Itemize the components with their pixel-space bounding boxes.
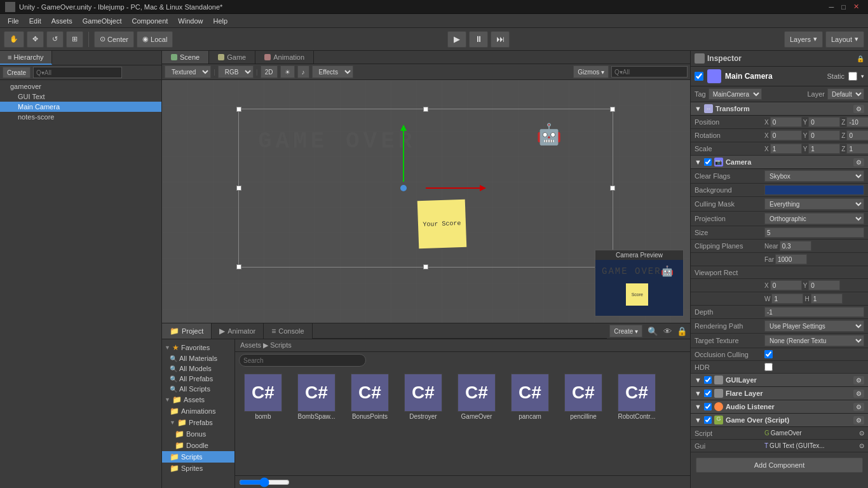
scale-z-input[interactable] <box>846 144 868 154</box>
minimize-btn[interactable]: ─ <box>825 3 838 11</box>
path-assets[interactable]: Assets <box>240 341 261 349</box>
inspector-lock-icon[interactable]: 🔒 <box>857 55 864 62</box>
tab-game[interactable]: Game <box>209 51 255 64</box>
project-search-btn[interactable]: 🔍 <box>645 323 661 339</box>
flarelayer-settings-btn[interactable]: ⚙ <box>853 390 864 398</box>
transform-settings-btn[interactable]: ⚙ <box>853 105 864 113</box>
menu-edit[interactable]: Edit <box>24 16 46 26</box>
pos-y-input[interactable] <box>808 117 840 127</box>
menu-file[interactable]: File <box>3 16 24 26</box>
clear-flags-dropdown[interactable]: Skybox <box>764 170 864 182</box>
handle-r[interactable] <box>610 186 615 191</box>
step-btn[interactable]: ⏭ <box>491 31 510 48</box>
hdr-checkbox[interactable] <box>764 363 773 371</box>
gameover-script-header[interactable]: ▼ G Game Over (Script) ⚙ <box>691 414 868 427</box>
2d-btn[interactable]: 2D <box>261 65 278 78</box>
culling-mask-dropdown[interactable]: Everything <box>764 198 864 210</box>
asset-pencilline[interactable]: C# pencilline <box>558 371 609 423</box>
tree-all-prefabs[interactable]: 🔍 All Prefabs <box>162 374 234 384</box>
hand-tool-btn[interactable]: ✋ <box>4 31 24 48</box>
audio-btn[interactable]: ♪ <box>297 65 309 78</box>
asset-bonuspoints[interactable]: C# BonusPoints <box>344 371 395 423</box>
handle-b[interactable] <box>423 264 428 269</box>
shading-dropdown[interactable]: Textured <box>165 65 211 78</box>
tree-scripts[interactable]: 📁 Scripts <box>162 451 234 463</box>
audiolistener-enabled-checkbox[interactable] <box>704 403 712 410</box>
tree-all-scripts[interactable]: 🔍 All Scripts <box>162 384 234 394</box>
camera-enabled-checkbox[interactable] <box>704 158 712 166</box>
menu-assets[interactable]: Assets <box>46 16 78 26</box>
tab-scene[interactable]: Scene <box>162 51 209 64</box>
camera-settings-btn[interactable]: ⚙ <box>853 158 864 166</box>
asset-bomb[interactable]: C# bomb <box>238 371 288 423</box>
depth-input[interactable] <box>764 307 864 317</box>
tree-animations[interactable]: 📁 Animations <box>162 405 234 417</box>
zoom-slider[interactable] <box>239 477 290 487</box>
camera-component-header[interactable]: ▼ 📷 Camera ⚙ <box>691 156 868 169</box>
gizmos-btn[interactable]: Gizmos ▾ <box>573 65 609 78</box>
script-target-btn[interactable]: ⊙ <box>859 430 864 437</box>
hierarchy-create-btn[interactable]: Create <box>3 67 31 78</box>
transform-component-header[interactable]: ▼ ↔ Transform ⚙ <box>691 102 868 116</box>
hierarchy-item-notes-score[interactable]: notes-score <box>0 112 161 122</box>
projection-dropdown[interactable]: Orthographic <box>764 213 864 224</box>
hierarchy-item-guitext[interactable]: GUI Text <box>0 92 161 102</box>
tree-bonus[interactable]: 📁 Bonus <box>162 428 234 440</box>
menu-help[interactable]: Help <box>208 16 233 26</box>
handle-bl[interactable] <box>236 264 241 269</box>
tree-sprites[interactable]: 📁 Sprites <box>162 463 234 474</box>
gameover-script-enabled-checkbox[interactable] <box>704 416 712 424</box>
rot-y-input[interactable] <box>808 130 840 140</box>
project-eye-btn[interactable]: 👁 <box>661 323 674 339</box>
vp-x-input[interactable] <box>770 280 802 290</box>
close-btn[interactable]: ✕ <box>850 3 863 11</box>
tag-dropdown[interactable]: MainCamera <box>709 88 762 100</box>
hierarchy-item-maincamera[interactable]: Main Camera <box>0 102 161 112</box>
object-enabled-checkbox[interactable] <box>695 72 703 81</box>
target-texture-dropdown[interactable]: None (Render Textu <box>764 335 864 346</box>
rotate-tool-btn[interactable]: ↺ <box>46 31 64 48</box>
vp-y-input[interactable] <box>808 280 840 290</box>
guilayer-component-header[interactable]: ▼ GUILayer ⚙ <box>691 374 868 387</box>
tree-favorites[interactable]: ▼ ★ Favorites <box>162 342 234 353</box>
menu-window[interactable]: Window <box>173 16 208 26</box>
play-btn[interactable]: ▶ <box>447 31 466 48</box>
vp-w-input[interactable] <box>771 294 803 304</box>
handle-l[interactable] <box>236 186 241 191</box>
project-search-input[interactable] <box>239 354 366 367</box>
rot-z-input[interactable] <box>846 130 868 140</box>
tree-all-materials[interactable]: 🔍 All Materials <box>162 353 234 363</box>
flarelayer-component-header[interactable]: ▼ Flare Layer ⚙ <box>691 387 868 400</box>
asset-bombspawner[interactable]: C# BombSpaw... <box>291 371 342 423</box>
tab-animation[interactable]: Animation <box>255 51 314 64</box>
asset-pancam[interactable]: C# pancam <box>505 371 555 423</box>
pause-btn[interactable]: ⏸ <box>469 31 488 48</box>
scale-tool-btn[interactable]: ⊞ <box>66 31 83 48</box>
tree-doodle[interactable]: 📁 Doodle <box>162 440 234 451</box>
vp-h-input[interactable] <box>811 294 843 304</box>
rgb-dropdown[interactable]: RGB <box>218 65 254 78</box>
asset-robotcontroller[interactable]: C# RobotContr... <box>611 371 662 423</box>
asset-gameover[interactable]: C# GameOver <box>451 371 502 423</box>
audiolistener-component-header[interactable]: ▼ Audio Listener ⚙ <box>691 400 868 414</box>
handle-tl[interactable] <box>236 107 241 112</box>
tree-all-models[interactable]: 🔍 All Models <box>162 363 234 374</box>
guilayer-enabled-checkbox[interactable] <box>704 376 712 384</box>
hierarchy-tab[interactable]: ≡ Hierarchy <box>0 51 52 65</box>
guilayer-settings-btn[interactable]: ⚙ <box>853 376 864 384</box>
move-tool-btn[interactable]: ✥ <box>27 31 44 48</box>
effects-dropdown[interactable]: Effects <box>312 65 353 78</box>
occlusion-culling-checkbox[interactable] <box>764 350 773 358</box>
handle-t[interactable] <box>423 107 428 112</box>
scene-view[interactable]: GAME OVER 🤖 <box>162 80 690 323</box>
project-lock-btn[interactable]: 🔒 <box>674 323 690 339</box>
rendering-path-dropdown[interactable]: Use Player Settings <box>764 320 864 332</box>
static-chevron-icon[interactable]: ▾ <box>861 73 864 79</box>
add-component-button[interactable]: Add Component <box>696 458 863 473</box>
scale-y-input[interactable] <box>808 144 840 154</box>
asset-destroyer[interactable]: C# Destroyer <box>398 371 449 423</box>
rot-x-input[interactable] <box>770 130 802 140</box>
pos-z-input[interactable] <box>846 117 868 127</box>
scene-search-input[interactable] <box>611 66 688 78</box>
path-scripts[interactable]: Scripts <box>270 341 292 349</box>
